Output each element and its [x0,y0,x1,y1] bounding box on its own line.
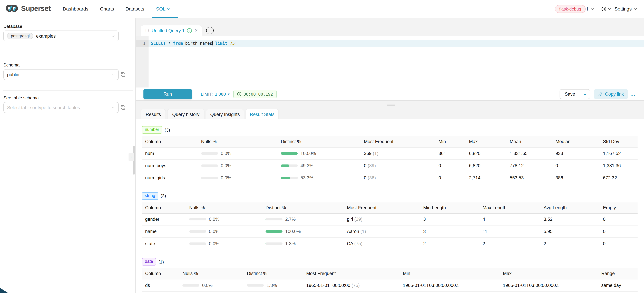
nav-sql[interactable]: SQL [156,0,170,18]
median-value: 933 [552,147,600,160]
col-header: Most Frequent [360,136,435,147]
empty-count: 0 [600,225,638,238]
nulls-bar: 0.0% [189,241,260,246]
top-nav: Superset Dashboards Charts Datasets SQL … [0,0,644,18]
nav-sql-label: SQL [156,6,166,12]
string-section-header: string (3) [142,192,638,200]
collapse-sidebar-button[interactable]: ‹ [128,152,134,162]
resize-drag-handle[interactable] [387,104,395,106]
empty-count: 0 [600,238,638,250]
copy-link-button[interactable]: Copy link [594,89,628,99]
sidebar-divider [3,119,132,119]
brand-name: Superset [21,4,51,12]
database-engine-tag: postgresql [7,33,34,39]
max-value: 6,820 [466,147,506,160]
column-name: num_boys [142,160,198,172]
superset-logo[interactable]: Superset [6,4,51,13]
string-stats-table: Column Nulls % Distinct % Most Frequent … [142,202,638,250]
sun-icon [601,6,607,12]
date-stats-table: Column Nulls % Distinct % Most Frequent … [142,268,638,292]
column-name: gender [142,213,186,225]
sql-statement: SELECT * from birth_names limit 75; [151,40,237,47]
table-row: state 0.0% 1.3% CA (75) 2 2 2 0 [142,238,638,250]
chevron-down-icon [634,7,637,10]
superset-logo-icon [6,4,18,13]
sql-editor-area: ⋮⋮ Untitled Query 1 ✕ + 1 SELECT * from … [136,18,644,293]
settings-label: Settings [614,6,632,12]
chevron-down-icon [590,7,594,10]
query-tab-bar: ⋮⋮ Untitled Query 1 ✕ + [136,18,644,36]
median-value: 0 [552,160,600,172]
schema-select[interactable]: public [4,69,119,80]
range-value: same day [598,279,638,291]
min-value: 0 [435,160,466,172]
nav-datasets[interactable]: Datasets [126,0,144,18]
table-header-row: Column Nulls % Distinct % Most Frequent … [142,268,638,279]
print-margin-line [576,36,576,88]
col-header: Empty [600,202,638,213]
chevron-down-icon [111,73,115,76]
distinct-bar: 49.3% [281,163,358,168]
close-tab-icon[interactable]: ✕ [194,28,198,33]
table-row: num 0.0% 100.0% 369 (1) 361 6,820 1,331.… [142,147,638,160]
string-column-count: (3) [160,193,166,198]
min-value: 0 [435,172,466,184]
save-split-button: Save [560,89,590,99]
tab-results[interactable]: Results [141,109,166,119]
nulls-bar: 0.0% [201,151,275,156]
sql-table-name: birth_names [183,41,212,46]
nav-charts[interactable]: Charts [100,0,114,18]
median-value: 386 [552,172,600,184]
active-nav-indicator [152,17,178,18]
most-frequent: 0 (39) [360,160,435,172]
theme-menu[interactable] [601,0,611,18]
chevron-down-icon [167,7,170,10]
refresh-tables-icon[interactable] [120,104,126,110]
col-header: Median [552,136,600,147]
min-length: 2 [420,238,479,250]
sql-keyword: from [173,41,183,46]
date-type-badge: date [142,258,156,266]
save-options-caret[interactable] [580,90,590,99]
mean-value: 778.12 [506,160,552,172]
new-item-menu[interactable]: + [585,0,594,18]
max-length: 2 [479,238,540,250]
max-length: 11 [479,225,540,238]
col-header: Mean [506,136,552,147]
number-type-badge: number [142,126,162,134]
tab-query-history[interactable]: Query history [167,109,204,119]
save-button[interactable]: Save [560,90,580,99]
col-header: Most Frequent [303,268,400,279]
nulls-bar: 0.0% [201,163,275,168]
sql-number-literal: 75 [228,41,235,46]
drag-handle-icon[interactable]: ⋮⋮ [144,29,150,32]
sql-keyword: limit [213,41,228,46]
sql-code-editor[interactable]: 1 SELECT * from birth_names limit 75; [136,36,644,88]
tab-query-insights[interactable]: Query Insights [206,109,244,119]
query-tab[interactable]: ⋮⋮ Untitled Query 1 ✕ [141,26,202,36]
table-select-placeholder: Select table or type to search tables [7,105,80,110]
nulls-bar: 0.0% [182,283,241,288]
column-name: ds [142,279,179,291]
column-name: name [142,225,186,238]
col-header: Column [142,136,198,147]
nulls-bar: 0.0% [189,217,260,222]
database-select[interactable]: postgresql examples [4,30,119,41]
nulls-bar: 0.0% [189,229,260,234]
col-header: Min Length [420,202,479,213]
schema-value: public [7,72,19,77]
settings-menu[interactable]: Settings [614,0,637,18]
nav-dashboards[interactable]: Dashboards [63,0,88,18]
refresh-schemas-icon[interactable] [120,72,126,78]
number-stats-table: Column Nulls % Distinct % Most Frequent … [142,136,638,184]
add-query-tab-button[interactable]: + [206,27,214,34]
tab-result-stats[interactable]: Result Stats [246,109,279,120]
schema-label: Schema [4,62,20,68]
run-button[interactable]: Run [144,89,192,99]
distinct-bar: 100.0% [281,151,358,156]
limit-dropdown[interactable]: LIMIT: 1 000 ▾ [201,88,230,101]
table-select[interactable]: Select table or type to search tables [4,102,119,113]
more-actions-button[interactable]: … [630,88,636,101]
limit-label: LIMIT: [201,92,213,97]
copy-link-label: Copy link [605,92,624,97]
